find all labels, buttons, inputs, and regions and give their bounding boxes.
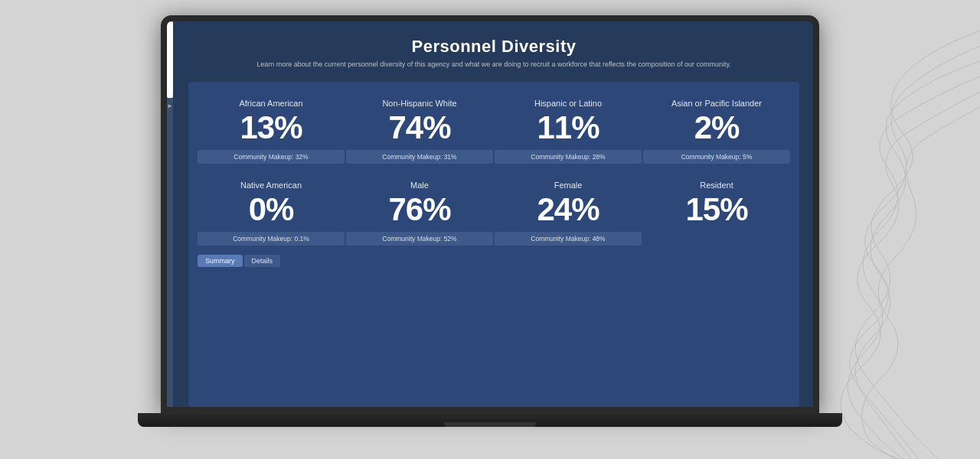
stat-label-resident: Resident [700, 181, 733, 190]
community-badge-hispanic-latino: Community Makeup: 28% [495, 150, 642, 164]
stat-resident: Resident 15% [643, 173, 790, 230]
community-badge-african-american: Community Makeup: 32% [198, 150, 345, 164]
laptop: ► Personnel Diversity Learn more about t… [145, 15, 835, 444]
screen-inner: ► Personnel Diversity Learn more about t… [167, 21, 813, 407]
stat-value-female: 24% [537, 194, 599, 226]
community-badge-native-american: Community Makeup: 0.1% [198, 232, 345, 246]
community-badge-female: Community Makeup: 48% [495, 232, 642, 246]
stat-value-native-american: 0% [249, 194, 294, 226]
community-badges-row1: Community Makeup: 32% Community Makeup: … [198, 150, 790, 164]
page-title: Personnel Diversity [188, 37, 799, 57]
scrollbar-track[interactable]: ► [167, 21, 173, 407]
page-subtitle: Learn more about the current personnel d… [188, 60, 799, 70]
stat-label-african-american: African American [239, 99, 302, 109]
tab-details[interactable]: Details [244, 255, 281, 267]
stat-label-female: Female [554, 181, 583, 190]
stat-hispanic-latino: Hispanic or Latino 11% [495, 91, 642, 148]
scroll-arrow-down[interactable]: ► [167, 102, 173, 109]
stat-female: Female 24% [495, 173, 642, 230]
stat-value-resident: 15% [685, 194, 747, 226]
stat-african-american: African American 13% [198, 91, 345, 148]
stat-label-hispanic-latino: Hispanic or Latino [534, 99, 602, 109]
stat-value-male: 76% [388, 194, 450, 226]
stat-label-native-american: Native American [240, 181, 302, 190]
stat-male: Male 76% [346, 173, 493, 230]
stats-grid-row1: African American 13% Non-Hispanic White … [198, 91, 790, 148]
community-badge-asian-pacific: Community Makeup: 5% [643, 150, 790, 164]
stat-value-asian-pacific: 2% [694, 112, 740, 144]
stats-grid-row2: Native American 0% Male 76% Female 24% [198, 173, 790, 230]
community-badges-row2: Community Makeup: 0.1% Community Makeup:… [198, 232, 790, 246]
community-badge-non-hispanic-white: Community Makeup: 31% [346, 150, 493, 164]
stat-label-non-hispanic-white: Non-Hispanic White [382, 99, 456, 109]
tabs-row: Summary Details [198, 255, 790, 272]
stat-label-asian-pacific: Asian or Pacific Islander [671, 99, 762, 109]
stat-value-african-american: 13% [240, 112, 302, 144]
stat-asian-pacific: Asian or Pacific Islander 2% [643, 91, 790, 148]
community-badge-male: Community Makeup: 52% [346, 232, 493, 246]
stats-container: African American 13% Non-Hispanic White … [188, 82, 799, 407]
screen-outer: ► Personnel Diversity Learn more about t… [161, 15, 819, 413]
stat-label-male: Male [410, 181, 429, 190]
tab-summary[interactable]: Summary [198, 255, 243, 267]
stat-native-american: Native American 0% [198, 173, 345, 230]
community-badge-resident [643, 232, 790, 246]
scrollbar-thumb[interactable] [167, 21, 173, 98]
stat-value-non-hispanic-white: 74% [388, 112, 450, 144]
laptop-base [138, 413, 842, 427]
stat-non-hispanic-white: Non-Hispanic White 74% [346, 91, 493, 148]
stat-value-hispanic-latino: 11% [537, 112, 599, 144]
